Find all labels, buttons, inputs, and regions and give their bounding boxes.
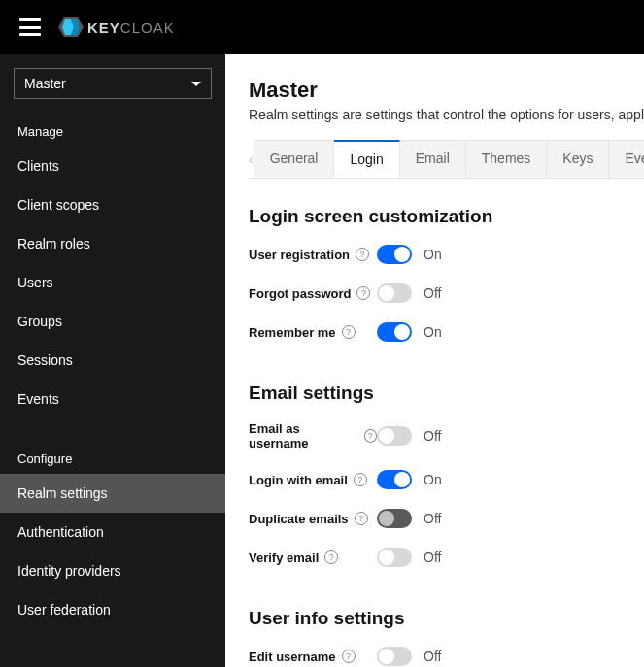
topbar: KEYCLOAK: [0, 0, 644, 54]
sidebar-item[interactable]: User federation: [0, 590, 225, 629]
help-icon[interactable]: ?: [356, 286, 370, 300]
toggle-switch[interactable]: [377, 426, 412, 446]
brand-text: KEYCLOAK: [87, 19, 175, 36]
toggle-wrap: Off: [377, 426, 441, 446]
toggle-state-text: Off: [424, 428, 441, 444]
app-root: KEYCLOAK Master ManageClientsClient scop…: [0, 0, 644, 667]
settings-row-label: Forgot password?: [249, 286, 377, 301]
settings-row-label: Duplicate emails?: [249, 512, 377, 526]
tab[interactable]: Keys: [547, 140, 609, 178]
settings-row-label: Email as username?: [249, 421, 377, 450]
help-icon[interactable]: ?: [364, 429, 377, 443]
settings-row-label: Login with email?: [249, 473, 377, 487]
sidebar-item[interactable]: Realm roles: [0, 224, 225, 263]
settings-row: Remember me?On: [249, 322, 636, 342]
page-subtitle: Realm settings are settings that control…: [249, 107, 644, 122]
section-title: Email settings: [249, 383, 636, 404]
settings-row: Login with email?On: [249, 470, 636, 489]
toggle-state-text: On: [424, 247, 442, 262]
settings-row: Verify email?Off: [249, 548, 636, 567]
sidebar: Master ManageClientsClient scopesRealm r…: [0, 54, 225, 667]
settings-row: Duplicate emails?Off: [249, 509, 636, 528]
toggle-switch[interactable]: [377, 245, 412, 264]
toggle-knob: [394, 324, 410, 340]
settings-row: Email as username?Off: [249, 421, 636, 450]
toggle-knob: [379, 285, 394, 301]
toggle-state-text: On: [424, 472, 442, 487]
toggle-wrap: Off: [377, 283, 441, 303]
tab[interactable]: General: [254, 140, 335, 178]
realm-selector[interactable]: Master: [14, 68, 212, 99]
toggle-switch[interactable]: [377, 283, 412, 303]
toggle-knob: [379, 550, 394, 565]
toggle-wrap: On: [377, 245, 442, 264]
hamburger-icon[interactable]: [19, 18, 41, 36]
toggle-state-text: Off: [424, 511, 441, 526]
toggle-switch: [377, 509, 412, 528]
sidebar-item[interactable]: Clients: [0, 147, 225, 185]
tab[interactable]: Email: [400, 140, 466, 178]
sidebar-section-label: Configure: [0, 442, 225, 474]
sidebar-item[interactable]: Events: [0, 380, 225, 418]
toggle-knob: [379, 649, 394, 664]
settings-section: User info settingsEdit username?Off: [249, 608, 636, 666]
body: Master ManageClientsClient scopesRealm r…: [0, 54, 644, 667]
settings-row: User registration?On: [249, 245, 636, 264]
toggle-knob: [394, 472, 410, 487]
section-title: Login screen customization: [249, 206, 636, 227]
toggle-switch[interactable]: [377, 548, 412, 567]
tabs: ‹ GeneralLoginEmailThemesKeysEvents: [249, 140, 644, 179]
help-icon[interactable]: ?: [355, 512, 368, 525]
toggle-wrap: Off: [377, 509, 441, 528]
help-icon[interactable]: ?: [342, 650, 356, 663]
settings-row-label: User registration?: [249, 248, 377, 262]
toggle-wrap: Off: [377, 548, 441, 567]
help-icon[interactable]: ?: [354, 473, 367, 486]
sidebar-section-label: Manage: [0, 115, 225, 147]
toggle-wrap: On: [377, 470, 442, 489]
toggle-state-text: Off: [424, 550, 441, 565]
help-icon[interactable]: ?: [356, 248, 369, 261]
toggle-state-text: Off: [424, 285, 441, 301]
main: Master Realm settings are settings that …: [225, 54, 644, 667]
toggle-knob: [379, 511, 394, 526]
tab[interactable]: Themes: [466, 140, 548, 178]
toggle-switch[interactable]: [377, 470, 412, 489]
tab[interactable]: Events: [609, 140, 644, 178]
sidebar-item[interactable]: Authentication: [0, 513, 225, 551]
toggle-switch[interactable]: [377, 647, 412, 666]
sidebar-item[interactable]: Groups: [0, 302, 225, 341]
tab-content: Login screen customizationUser registrat…: [249, 179, 644, 666]
settings-section: Email settingsEmail as username?OffLogin…: [249, 383, 636, 567]
chevron-down-icon: [191, 82, 201, 86]
realm-selected-label: Master: [24, 76, 66, 91]
toggle-state-text: Off: [424, 649, 441, 664]
tab[interactable]: Login: [334, 140, 399, 178]
settings-row: Forgot password?Off: [249, 283, 636, 303]
toggle-switch[interactable]: [377, 322, 412, 342]
sidebar-item[interactable]: Users: [0, 263, 225, 302]
toggle-state-text: On: [424, 324, 442, 340]
help-icon[interactable]: ?: [342, 325, 356, 339]
settings-row-label: Verify email?: [249, 550, 377, 565]
page-title: Master: [249, 78, 644, 103]
settings-section: Login screen customizationUser registrat…: [249, 206, 636, 342]
settings-row: Edit username?Off: [249, 647, 636, 666]
help-icon[interactable]: ?: [324, 550, 338, 564]
toggle-knob: [379, 428, 394, 444]
sidebar-item[interactable]: Identity providers: [0, 551, 225, 590]
toggle-wrap: Off: [377, 647, 441, 666]
settings-row-label: Remember me?: [249, 325, 377, 340]
toggle-knob: [394, 247, 410, 262]
brand-logo[interactable]: KEYCLOAK: [58, 17, 175, 38]
sidebar-item[interactable]: Realm settings: [0, 474, 225, 513]
sidebar-item[interactable]: Client scopes: [0, 185, 225, 224]
section-title: User info settings: [249, 608, 636, 629]
sidebar-item[interactable]: Sessions: [0, 341, 225, 380]
toggle-wrap: On: [377, 322, 442, 342]
settings-row-label: Edit username?: [249, 650, 377, 664]
keycloak-mark-icon: [58, 17, 84, 38]
